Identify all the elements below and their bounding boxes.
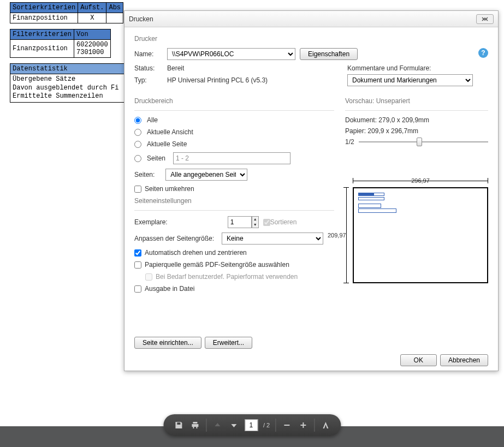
pagesetup-group-label: Seiteneinstellungen [134, 197, 334, 205]
radio-current-page-label: Aktuelle Seite [147, 140, 187, 148]
close-icon [482, 17, 488, 21]
cell: X [78, 13, 106, 23]
page-number-input[interactable] [245, 419, 258, 431]
close-button[interactable] [476, 14, 494, 24]
dimension-arrow-horizontal [353, 181, 488, 181]
cell [106, 13, 123, 23]
radio-pages-label: Seiten [147, 154, 165, 162]
spinner-up-icon[interactable]: ▲ [252, 217, 258, 222]
col-header: Aufst. [78, 3, 106, 13]
preview-thumbnail [358, 193, 396, 213]
page-down-icon[interactable] [228, 420, 239, 431]
pdf-toolbar: / 2 [163, 414, 341, 436]
cell: 60220000 7301000 [74, 40, 111, 58]
collate-checkbox [263, 219, 270, 226]
preview-group-label: Vorschau: Unsepariert [345, 97, 488, 105]
col-header: Filterkriterien [10, 29, 74, 40]
name-label: Name: [134, 50, 167, 58]
copies-spinner[interactable]: ▲ ▼ [252, 216, 259, 228]
stats-body: Übergebene Sätze Davon ausgeblendet durc… [10, 74, 132, 103]
page-total-label: / 2 [263, 422, 270, 428]
range-group-label: Druckbereich [134, 97, 334, 105]
radio-pages[interactable] [134, 155, 141, 162]
printer-group-label: Drucker [134, 35, 488, 43]
filter-criteria-table: Filterkriterien Von Finanzposition 60220… [10, 29, 111, 58]
papersource-checkbox[interactable] [134, 261, 141, 269]
radio-all[interactable] [134, 117, 141, 124]
preview-page-slider[interactable] [359, 141, 488, 142]
page-preview [353, 187, 488, 283]
toolbar-separator [275, 419, 276, 432]
stats-header: Datenstatistik [10, 63, 132, 74]
preview-paper-size: Papier: 209,9 x 296,7mm [345, 127, 488, 135]
output-file-label: Ausgabe in Datei [145, 285, 194, 293]
subset-select[interactable]: Alle angegebenen Seiten [165, 169, 247, 181]
status-value: Bereit [167, 64, 184, 72]
preview-doc-size: Dokument: 279,0 x 209,9mm [345, 116, 488, 124]
customformat-checkbox [145, 273, 152, 281]
page-up-icon[interactable] [212, 420, 223, 431]
print-icon[interactable] [189, 420, 200, 431]
page-setup-button[interactable]: Seite einrichten... [134, 337, 201, 349]
type-value: HP Universal Printing PCL 6 (v5.3) [167, 76, 268, 84]
radio-all-label: Alle [147, 116, 158, 124]
toolbar-separator [206, 419, 206, 432]
preview-zoom-ratio: 1/2 [345, 138, 354, 146]
copies-input[interactable] [228, 216, 252, 228]
printer-name-select[interactable]: \\S4PVW\PR066LOC [167, 48, 295, 60]
comments-forms-select[interactable]: Dokument und Markierungen [347, 74, 473, 86]
svg-rect-0 [284, 425, 289, 426]
radio-view[interactable] [134, 129, 141, 136]
output-file-checkbox[interactable] [134, 285, 141, 293]
help-icon[interactable]: ? [478, 48, 488, 58]
spinner-down-icon[interactable]: ▼ [252, 222, 258, 228]
svg-rect-2 [303, 422, 304, 428]
status-label: Status: [134, 64, 167, 72]
ok-button[interactable]: OK [400, 354, 437, 366]
advanced-button[interactable]: Erweitert... [205, 337, 252, 349]
customformat-label: Bei Bedarf benutzerdef. Papierformat ver… [156, 273, 298, 281]
background-document: Sortierkriterien Aufst. Abs Finanzpositi… [10, 2, 132, 103]
titlebar[interactable]: Drucken [124, 11, 498, 27]
dialog-title: Drucken [129, 15, 476, 23]
col-header: Sortierkriterien [10, 3, 78, 13]
col-header: Von [74, 29, 111, 40]
comments-label: Kommentare und Formulare: [347, 64, 488, 72]
scaling-label: Anpassen der Seitengröße: [134, 235, 222, 242]
cancel-button[interactable]: Abbrechen [440, 354, 488, 366]
print-dialog: Drucken Drucker Name: \\S4PVW\PR066LOC E… [124, 10, 499, 371]
reverse-pages-checkbox[interactable] [134, 186, 141, 193]
dimension-arrow-vertical [346, 187, 347, 283]
col-header: Abs [106, 3, 123, 13]
cell: Finanzposition [10, 13, 78, 23]
zoom-in-icon[interactable] [298, 420, 309, 431]
collate-label: Sortieren [270, 218, 297, 226]
autorotate-checkbox[interactable] [134, 249, 141, 257]
cell: Finanzposition [10, 40, 74, 58]
slider-thumb[interactable] [417, 138, 422, 146]
save-icon[interactable] [173, 420, 184, 431]
toolbar-separator [314, 419, 315, 432]
preview-height-label: 209,97 [328, 187, 346, 283]
adobe-icon[interactable] [320, 420, 331, 431]
subset-label: Seiten: [134, 171, 155, 178]
pages-input[interactable] [173, 152, 290, 164]
zoom-out-icon[interactable] [281, 420, 292, 431]
radio-current-page[interactable] [134, 141, 141, 148]
scaling-select[interactable]: Keine [222, 233, 323, 245]
type-label: Typ: [134, 76, 167, 84]
papersource-label: Papierquelle gemäß PDF-Seitengröße auswä… [145, 261, 289, 269]
properties-button[interactable]: Eigenschaften [300, 48, 358, 60]
copies-label: Exemplare: [134, 218, 168, 226]
sort-criteria-table: Sortierkriterien Aufst. Abs Finanzpositi… [10, 2, 123, 23]
radio-view-label: Aktuelle Ansicht [147, 128, 193, 136]
reverse-pages-label: Seiten umkehren [145, 185, 194, 193]
autorotate-label: Automatisch drehen und zentrieren [145, 249, 247, 257]
